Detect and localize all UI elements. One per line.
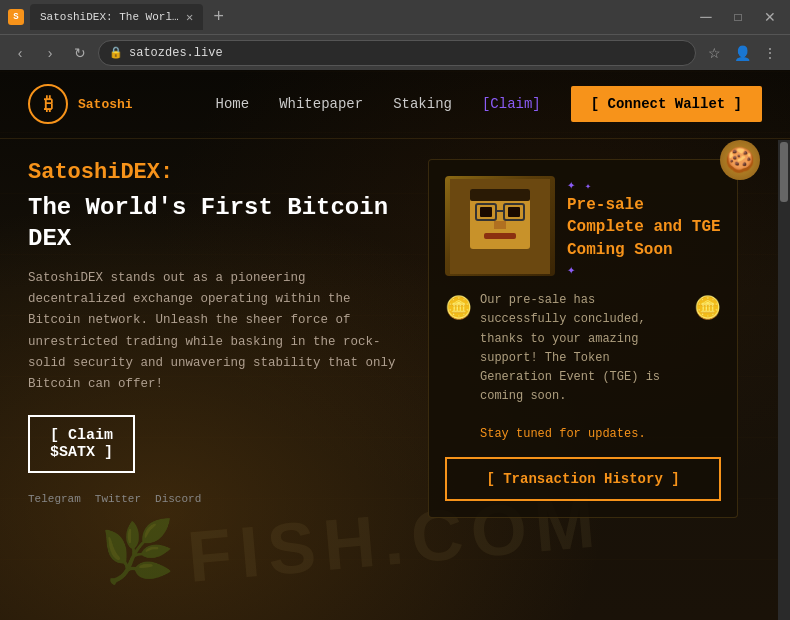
presale-title: Pre-sale Complete and TGE Coming Soon — [567, 194, 721, 261]
svg-rect-4 — [494, 221, 506, 229]
close-button[interactable]: ✕ — [758, 5, 782, 29]
back-button[interactable]: ‹ — [8, 41, 32, 65]
toolbar-actions: ☆ 👤 ⋮ — [702, 41, 782, 65]
main-content: SatoshiDEX: The World's First Bitcoin DE… — [0, 139, 790, 538]
tab-title: SatoshiDEX: The World's First B... — [40, 11, 180, 23]
coin-left-icon: 🪙 — [445, 295, 472, 322]
tab-favicon: S — [8, 9, 24, 25]
presale-description-area: 🪙 Our pre-sale has successfully conclude… — [445, 291, 721, 445]
transaction-history-button[interactable]: [ Transaction History ] — [445, 457, 721, 501]
coin-right-icon: 🪙 — [694, 295, 721, 322]
nav-claim[interactable]: [Claim] — [482, 96, 541, 112]
nav-links: Home Whitepaper Staking [Claim] — [216, 96, 541, 112]
nav-whitepaper[interactable]: Whitepaper — [279, 96, 363, 112]
profile-button[interactable]: 👤 — [730, 41, 754, 65]
logo-text: Satoshi — [78, 97, 133, 112]
forward-button[interactable]: › — [38, 41, 62, 65]
twitter-link[interactable]: Twitter — [95, 493, 141, 505]
svg-rect-6 — [470, 189, 530, 201]
presale-header: ✦ ✦ Pre-sale Complete and TGE Coming Soo… — [445, 176, 721, 279]
presale-title-area: ✦ ✦ Pre-sale Complete and TGE Coming Soo… — [567, 176, 721, 279]
sparkle-bottom: ✦ — [567, 262, 575, 278]
claim-satx-button[interactable]: [ Claim$SATX ] — [28, 415, 135, 473]
navbar: ₿ Satoshi Home Whitepaper Staking [Claim… — [0, 70, 790, 139]
url-text: satozdes.live — [129, 46, 223, 60]
discord-link[interactable]: Discord — [155, 493, 201, 505]
headline-orange: SatoshiDEX: — [28, 159, 408, 188]
website-content: 🌿 FISH.COM 🍪 ₿ Satoshi Home Whitepaper S… — [0, 70, 790, 620]
browser-tab[interactable]: SatoshiDEX: The World's First B... ✕ — [30, 4, 203, 30]
browser-toolbar: ‹ › ↻ 🔒 satozdes.live ☆ 👤 ⋮ — [0, 34, 790, 70]
satoshi-image — [445, 176, 555, 276]
address-bar[interactable]: 🔒 satozdes.live — [98, 40, 696, 66]
bookmark-button[interactable]: ☆ — [702, 41, 726, 65]
minimize-button[interactable]: ─ — [694, 5, 718, 29]
hero-left: SatoshiDEX: The World's First Bitcoin DE… — [28, 159, 408, 518]
connect-wallet-button[interactable]: [ Connect Wallet ] — [571, 86, 762, 122]
maximize-button[interactable]: □ — [726, 5, 750, 29]
hero-description: SatoshiDEX stands out as a pioneering de… — [28, 268, 408, 396]
logo-icon: ₿ — [28, 84, 68, 124]
svg-rect-3 — [508, 207, 520, 217]
svg-rect-5 — [484, 233, 516, 239]
headline-white: The World's First Bitcoin DEX — [28, 192, 408, 254]
cookie-decoration: 🍪 — [720, 140, 760, 180]
presale-desc-text: Our pre-sale has successfully concluded,… — [480, 291, 686, 445]
presale-card: ✦ ✦ Pre-sale Complete and TGE Coming Soo… — [428, 159, 738, 518]
browser-titlebar: S SatoshiDEX: The World's First B... ✕ +… — [0, 0, 790, 34]
telegram-link[interactable]: Telegram — [28, 493, 81, 505]
social-links: Telegram Twitter Discord — [28, 493, 408, 505]
lock-icon: 🔒 — [109, 46, 123, 59]
tab-close-icon[interactable]: ✕ — [186, 10, 193, 25]
reload-button[interactable]: ↻ — [68, 41, 92, 65]
presale-desc-part1: Our pre-sale has successfully concluded,… — [480, 293, 660, 403]
nav-staking[interactable]: Staking — [393, 96, 452, 112]
presale-description: Our pre-sale has successfully concluded,… — [480, 291, 686, 445]
browser-window: S SatoshiDEX: The World's First B... ✕ +… — [0, 0, 790, 70]
logo[interactable]: ₿ Satoshi — [28, 84, 133, 124]
svg-rect-2 — [480, 207, 492, 217]
menu-button[interactable]: ⋮ — [758, 41, 782, 65]
presale-desc-highlight: Stay tuned for updates. — [480, 427, 646, 441]
sparkle-top: ✦ — [567, 177, 575, 193]
sparkle-top2: ✦ — [585, 181, 591, 192]
new-tab-icon[interactable]: + — [213, 7, 224, 27]
nav-home[interactable]: Home — [216, 96, 250, 112]
